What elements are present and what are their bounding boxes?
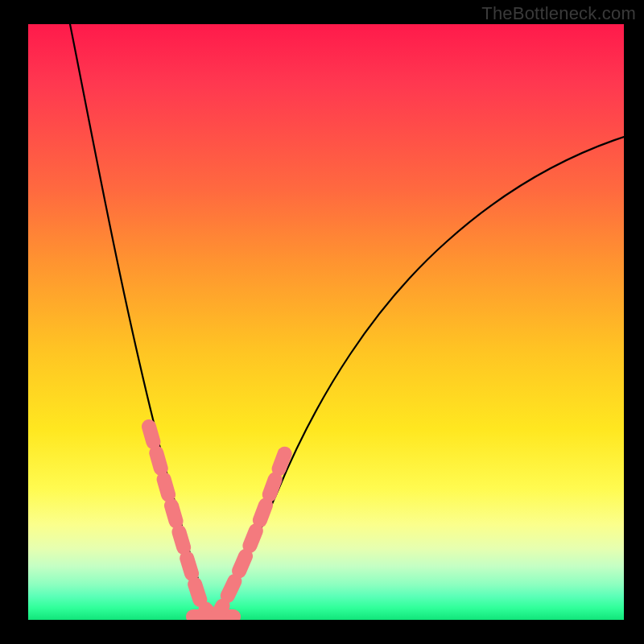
chart-frame: TheBottleneck.com bbox=[0, 0, 644, 644]
left-marker-band bbox=[149, 427, 215, 620]
plot-area bbox=[28, 24, 624, 620]
right-black-curve bbox=[215, 137, 624, 620]
watermark-label: TheBottleneck.com bbox=[481, 3, 636, 24]
left-black-curve bbox=[70, 24, 215, 620]
curves-svg bbox=[28, 24, 624, 620]
right-marker-band bbox=[215, 451, 286, 620]
